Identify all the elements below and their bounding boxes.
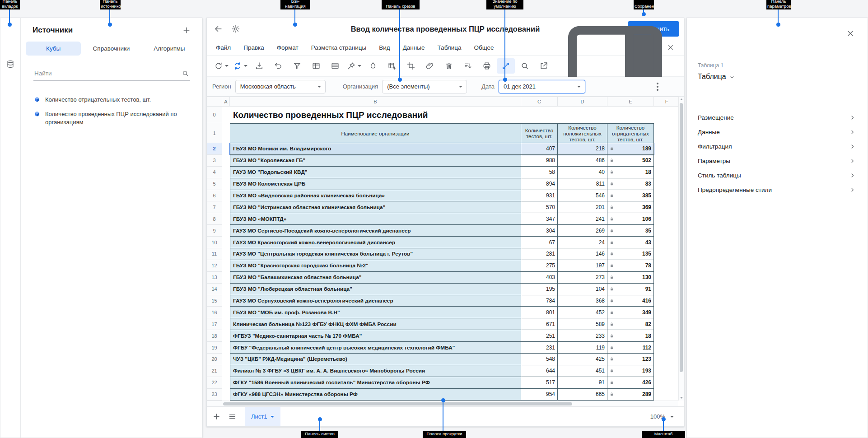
positive-cell[interactable]: 218 <box>558 143 607 155</box>
row-header[interactable]: 2 <box>207 143 222 155</box>
table-grid-button[interactable] <box>307 58 325 74</box>
negative-cell[interactable]: 135 <box>607 248 654 260</box>
filter-button[interactable] <box>288 58 306 74</box>
positive-cell[interactable]: 241 <box>558 213 607 225</box>
negative-cell[interactable]: 416 <box>607 295 654 307</box>
tests-cell[interactable]: 403 <box>521 272 558 284</box>
row-header[interactable]: 21 <box>207 365 222 377</box>
column-header[interactable]: B <box>230 97 521 107</box>
row-header[interactable]: 10 <box>207 237 222 248</box>
table-header-cell[interactable]: Количество отрицательных тестов, шт. <box>607 123 654 143</box>
zoom-button[interactable] <box>516 58 534 74</box>
negative-cell[interactable]: 130 <box>607 272 654 284</box>
settings-section[interactable]: Фильтрация <box>687 139 868 154</box>
positive-cell[interactable]: 146 <box>558 248 607 260</box>
row-header[interactable]: 8 <box>207 213 222 225</box>
row-header[interactable]: 23 <box>207 389 222 401</box>
back-icon[interactable] <box>213 24 223 34</box>
negative-cell[interactable]: 82 <box>607 318 654 330</box>
menu-item[interactable]: Общее <box>474 44 494 51</box>
sort-button[interactable] <box>459 58 477 74</box>
row-header[interactable]: 0 <box>207 107 222 123</box>
negative-cell[interactable]: 385 <box>607 190 654 202</box>
crop-button[interactable] <box>402 58 420 74</box>
row-header[interactable]: 14 <box>207 284 222 295</box>
positive-cell[interactable]: 546 <box>558 190 607 202</box>
tests-cell[interactable]: 931 <box>521 190 558 202</box>
settings-section[interactable]: Предопределенные стили <box>687 182 868 197</box>
settings-section[interactable]: Размещение <box>687 110 868 125</box>
negative-cell[interactable]: 426 <box>607 377 654 389</box>
gear-icon[interactable] <box>231 24 240 33</box>
close-icon[interactable] <box>846 29 855 38</box>
table-rows-button[interactable] <box>326 58 344 74</box>
ink-drop-button[interactable] <box>364 58 382 74</box>
org-cell[interactable]: ГБУЗ МО "МОБ им. проф. Розанова В.Н" <box>230 307 521 318</box>
filter-select-date[interactable]: 01 дек 2021 <box>499 80 585 93</box>
positive-cell[interactable]: 425 <box>558 354 607 365</box>
tests-cell[interactable]: 195 <box>521 284 558 295</box>
import-button[interactable] <box>250 58 268 74</box>
tests-cell[interactable]: 275 <box>521 260 558 272</box>
row-header[interactable]: 22 <box>207 377 222 389</box>
refresh-button[interactable] <box>212 58 230 74</box>
sources-tab[interactable]: Справочники <box>84 42 139 56</box>
delete-button[interactable] <box>440 58 458 74</box>
tests-cell[interactable]: 954 <box>521 389 558 401</box>
negative-cell[interactable]: 18 <box>607 330 654 342</box>
negative-cell[interactable]: 106 <box>607 213 654 225</box>
negative-cell[interactable]: 289 <box>607 389 654 401</box>
horizontal-scrollbar-thumb[interactable] <box>223 402 572 405</box>
row-header[interactable]: 17 <box>207 318 222 330</box>
datasets-icon[interactable] <box>6 60 15 69</box>
org-cell[interactable]: ГБУЗ МО "Люберецкая областная больница" <box>230 284 521 295</box>
row-header[interactable]: 20 <box>207 354 222 365</box>
org-cell[interactable]: ФГКУ "1586 Военный клинический госпиталь… <box>230 377 521 389</box>
scroll-down-icon[interactable] <box>680 397 683 399</box>
negative-cell[interactable]: 83 <box>607 178 654 190</box>
org-cell[interactable]: ГБУЗ МО "Истринская областная клиническа… <box>230 201 521 213</box>
positive-cell[interactable]: 368 <box>558 295 607 307</box>
attach-button[interactable] <box>421 58 439 74</box>
filter-select-region[interactable]: Московская область <box>235 80 326 93</box>
tests-cell[interactable]: 67 <box>521 237 558 248</box>
org-cell[interactable]: ГБУЗ МО «МОКПТД» <box>230 213 521 225</box>
row-header[interactable]: 5 <box>207 178 222 190</box>
positive-cell[interactable]: 269 <box>558 225 607 237</box>
org-cell[interactable]: ФГБУЗ "Медико-санитарная часть № 170 ФМБ… <box>230 330 521 342</box>
positive-cell[interactable]: 197 <box>558 260 607 272</box>
row-header[interactable]: 9 <box>207 225 222 237</box>
org-cell[interactable]: ГАУЗ МО Серпуховский кожно-венерологичес… <box>230 295 521 307</box>
negative-cell[interactable]: 78 <box>607 260 654 272</box>
add-sheet-button[interactable] <box>212 412 221 421</box>
positive-cell[interactable]: 451 <box>558 365 607 377</box>
tests-cell[interactable]: 548 <box>521 354 558 365</box>
positive-cell[interactable]: 233 <box>558 330 607 342</box>
org-cell[interactable]: ГАУЗ МО Красногорский кожно-венерологиче… <box>230 237 521 248</box>
tests-cell[interactable]: 801 <box>521 307 558 318</box>
data-links-button[interactable] <box>497 58 515 74</box>
org-cell[interactable]: ГБУЗ МО «Видновская районная клиническая… <box>230 190 521 202</box>
column-header[interactable]: D <box>558 97 607 107</box>
positive-cell[interactable]: 104 <box>558 284 607 295</box>
column-header[interactable]: E <box>607 97 654 107</box>
menu-item[interactable]: Разметка страницы <box>311 44 366 51</box>
row-header[interactable]: 4 <box>207 167 222 178</box>
row-header[interactable]: 12 <box>207 260 222 272</box>
row-header[interactable]: 3 <box>207 155 222 167</box>
tests-cell[interactable]: 570 <box>521 201 558 213</box>
tests-cell[interactable]: 671 <box>521 318 558 330</box>
row-header[interactable]: 19 <box>207 342 222 354</box>
menu-item[interactable]: Файл <box>216 44 231 51</box>
pin-button[interactable] <box>345 58 363 74</box>
sheet-tab[interactable]: Лист1 <box>245 407 280 426</box>
row-header[interactable]: 16 <box>207 307 222 318</box>
table-header-cell[interactable]: Количество тестов, шт. <box>521 123 558 143</box>
export-button[interactable] <box>535 58 553 74</box>
kebab-menu-icon[interactable] <box>655 81 660 93</box>
sources-tab[interactable]: Алгоритмы <box>142 42 197 56</box>
sheet-corner[interactable] <box>207 97 222 107</box>
negative-cell[interactable]: 349 <box>607 307 654 318</box>
vertical-scrollbar-thumb[interactable] <box>680 103 683 372</box>
negative-cell[interactable]: 189 <box>607 143 654 155</box>
